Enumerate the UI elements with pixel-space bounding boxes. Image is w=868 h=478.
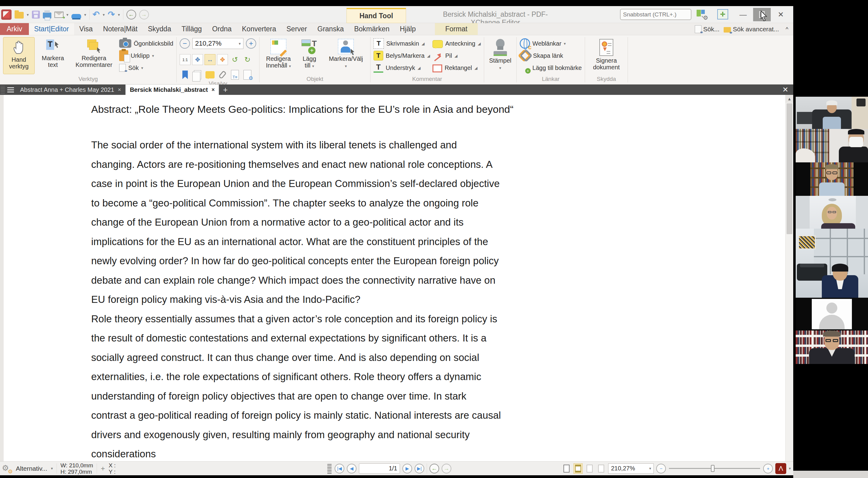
highlight-button[interactable]: T Belys/Markera◢: [374, 51, 430, 61]
create-link-button[interactable]: Skapa länk: [520, 51, 582, 61]
participant-video-7[interactable]: [796, 331, 868, 364]
save-icon[interactable]: [32, 11, 40, 19]
fit-page-icon[interactable]: ✥: [192, 54, 203, 65]
thumbnails-panel-icon[interactable]: [192, 69, 203, 80]
options-gear-icon[interactable]: ⚙⚙: [2, 464, 12, 474]
single-page-layout-icon[interactable]: [562, 464, 571, 474]
menu-skydda[interactable]: Skydda: [143, 23, 176, 35]
menu-format[interactable]: Format: [435, 23, 478, 35]
rotate-ccw-icon[interactable]: ↺: [229, 54, 240, 65]
minimize-button[interactable]: —: [734, 8, 752, 21]
view-history-back-button[interactable]: ←: [429, 464, 439, 473]
open-file-icon[interactable]: [14, 12, 24, 19]
tabbar-grip[interactable]: [1, 86, 5, 94]
first-page-button[interactable]: |◀: [335, 464, 344, 473]
zoom-in-small-icon[interactable]: +: [763, 464, 773, 473]
participant-video-6[interactable]: [796, 298, 868, 331]
undo-icon[interactable]: ↶: [93, 10, 100, 19]
undo-dropdown-icon[interactable]: ▾: [103, 12, 105, 17]
options-button[interactable]: Alternativ...: [16, 465, 47, 472]
new-tab-button[interactable]: +: [219, 85, 231, 95]
scroll-up-icon[interactable]: ▲: [786, 95, 793, 103]
participant-video-4[interactable]: [796, 196, 868, 229]
history-forward-icon[interactable]: →: [139, 10, 149, 20]
open-in-acrobat-icon[interactable]: Λ: [775, 463, 786, 474]
content-panel-icon[interactable]: T≡: [229, 69, 240, 80]
open-dropdown-icon[interactable]: ▾: [27, 12, 29, 17]
collapse-ribbon-icon[interactable]: ^: [783, 26, 791, 33]
email-dropdown-icon[interactable]: ▾: [67, 12, 69, 17]
scan-icon[interactable]: [71, 14, 81, 18]
zoom-out-small-icon[interactable]: −: [656, 464, 666, 473]
scrollbar-thumb[interactable]: [786, 103, 792, 234]
menu-konvertera[interactable]: Konvertera: [237, 23, 281, 35]
menu-hjalp[interactable]: Hjälp: [395, 23, 421, 35]
hand-tool-button[interactable]: Hand verktyg: [3, 37, 35, 74]
menu-arkiv[interactable]: Arkiv: [0, 23, 29, 35]
arrow-annotation-button[interactable]: Pil◢: [432, 51, 481, 61]
comments-panel-icon[interactable]: [205, 69, 215, 80]
zoom-dropdown[interactable]: 210,27%▾: [608, 464, 654, 474]
menu-start-editor[interactable]: Start|Editor: [29, 23, 74, 35]
weblinks-button[interactable]: Weblänkar▾: [520, 38, 582, 49]
acrobat-dropdown-icon[interactable]: ▾: [789, 466, 791, 471]
tab-list-menu-icon[interactable]: [5, 85, 16, 95]
bookmark-panel-icon[interactable]: [180, 69, 191, 80]
history-back-icon[interactable]: ←: [126, 10, 136, 20]
zoom-in-icon[interactable]: +: [246, 38, 256, 49]
add-bookmark-button[interactable]: + Lägg till bokmärke: [520, 63, 582, 73]
menu-bokmarken[interactable]: Bokmärken: [349, 23, 395, 35]
underline-button[interactable]: T Understryk◢: [374, 63, 430, 73]
zoom-slider[interactable]: − +: [656, 464, 773, 473]
tab-close-icon[interactable]: ×: [118, 87, 121, 93]
rotate-cw-icon[interactable]: ↻: [242, 54, 253, 65]
zoom-level-combo[interactable]: 210,27%▾: [192, 38, 243, 49]
redo-icon[interactable]: ↷: [108, 10, 115, 19]
participant-video-5[interactable]: [796, 229, 868, 298]
sticky-note-button[interactable]: Anteckning◢: [432, 38, 481, 49]
customize-ui-icon[interactable]: ⚙: [696, 10, 707, 20]
zoom-slider-thumb[interactable]: [711, 465, 715, 472]
search-input[interactable]: [623, 11, 698, 18]
edit-comments-button[interactable]: Redigera Kommentarer: [71, 37, 117, 74]
close-button[interactable]: ✕: [772, 8, 789, 21]
fullscreen-icon[interactable]: ✛: [717, 9, 728, 20]
select-text-button[interactable]: T Markera text: [37, 37, 69, 74]
clipboard-button[interactable]: Urklipp ▾: [119, 51, 173, 61]
participant-video-3[interactable]: [796, 162, 868, 196]
search-advanced-button[interactable]: Sök avancerat...: [724, 26, 779, 33]
fit-visible-icon[interactable]: ✥: [217, 54, 228, 65]
zoom-out-icon[interactable]: −: [180, 38, 190, 49]
vertical-scrollbar[interactable]: ▲: [785, 95, 793, 461]
properties-panel-icon[interactable]: [242, 69, 253, 80]
email-icon[interactable]: [54, 11, 64, 18]
continuous-layout-icon[interactable]: [574, 464, 583, 474]
add-object-button[interactable]: T+ Lägg till ▾: [297, 37, 322, 74]
stamp-button[interactable]: Stämpel▾: [487, 37, 513, 74]
menu-visa[interactable]: Visa: [74, 23, 98, 35]
view-history-forward-button[interactable]: →: [442, 464, 451, 473]
redo-dropdown-icon[interactable]: ▾: [118, 12, 120, 17]
menu-server[interactable]: Server: [281, 23, 312, 35]
fit-width-icon[interactable]: ↔: [205, 54, 215, 65]
rectangle-annotation-button[interactable]: Rektangel◢: [432, 63, 481, 73]
menu-granska[interactable]: Granska: [312, 23, 349, 35]
close-pane-icon[interactable]: ✕: [779, 85, 792, 95]
actual-size-icon[interactable]: 1:1: [180, 54, 191, 65]
participant-video-1[interactable]: [796, 97, 868, 129]
attachments-panel-icon[interactable]: [217, 69, 228, 80]
participant-video-2[interactable]: [796, 129, 868, 162]
print-icon[interactable]: [43, 12, 51, 19]
search-tool-button[interactable]: Sök ▾: [119, 63, 173, 73]
next-page-button[interactable]: ▶: [402, 464, 412, 473]
select-object-button[interactable]: Markera/Välj▾: [324, 37, 367, 74]
document-viewport[interactable]: Abstract: „Role Theory Meets Geo-politic…: [0, 95, 793, 461]
menu-tillagg[interactable]: Tillägg: [176, 23, 207, 35]
two-page-continuous-layout-icon[interactable]: [597, 464, 606, 474]
menu-ordna[interactable]: Ordna: [207, 23, 237, 35]
page-number-input[interactable]: [359, 464, 400, 474]
typewriter-button[interactable]: T Skrivmaskin◢: [374, 38, 430, 49]
scan-dropdown-icon[interactable]: ▾: [84, 12, 86, 17]
menu-notera-mat[interactable]: Notera|Mät: [98, 23, 143, 35]
tab-close-icon[interactable]: ×: [212, 87, 215, 93]
